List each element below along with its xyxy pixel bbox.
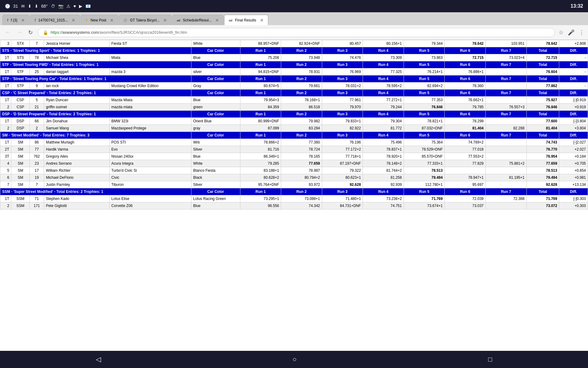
tab-favicon: ✦ — [85, 18, 88, 22]
car-cell: Fiesta ST — [109, 40, 191, 47]
tab-facebook2[interactable]: f 14700742_1015... ✕ — [30, 15, 80, 25]
tab-close-icon[interactable]: ✕ — [163, 18, 167, 23]
class-cell: STX — [11, 40, 30, 47]
table-row: 3 STX 7 Jessica Horner Fiesta ST White 8… — [0, 40, 588, 47]
menu-icon[interactable]: ⋮ — [579, 29, 584, 36]
col-color: Car Color — [191, 47, 240, 54]
tab-bicycle[interactable]: ☮ GT Talera Bicycl... ✕ — [119, 15, 172, 25]
reload-button[interactable]: ↻ — [27, 28, 34, 37]
table-row: 2 SSM 171 Pete Gigliotti Corvette Z06 Bl… — [0, 202, 588, 209]
status-bar: 🕐 31 ✉ ⬇ ⬇ 68° ⏱ 📷 ⚠ ♥ ▶ 📧 13:32 — [0, 0, 588, 12]
browser-toolbar: ☆ 🎤 ⋮ — [559, 29, 584, 36]
home-nav-button[interactable]: ○ — [292, 355, 296, 363]
table-row: 1T SSM 71 Stephen Kado Lotus Elise Lotus… — [0, 195, 588, 202]
tab-close-icon[interactable]: ✕ — [21, 18, 25, 23]
section-header-csp: CSP - 'C Street Prepared' - Total Entrie… — [0, 90, 588, 97]
tab-favicon: 🏎 — [177, 18, 180, 22]
number-cell: 7 — [30, 40, 44, 47]
url-path: /axorm/files/SJRSCCA/sjrscca2016event9_f… — [99, 30, 187, 35]
download-icon: ⬇ — [28, 4, 32, 9]
name-cell: Jessica Horner — [44, 40, 109, 47]
tab-label: Schedule/Resul... — [183, 18, 212, 22]
mail-icon: 📧 — [85, 4, 91, 9]
tab-favicon: 🏎 — [229, 18, 232, 22]
table-row: 5 SM 17 William Richter Turbo'd Civic Si… — [0, 167, 588, 174]
col-run1: Run 1 — [240, 47, 281, 54]
status-icons: 🕐 31 ✉ ⬇ ⬇ 68° ⏱ 📷 ⚠ ♥ ▶ 📧 — [5, 4, 91, 9]
col-run4: Run 4 — [363, 47, 404, 54]
recents-nav-button[interactable]: □ — [488, 355, 492, 363]
section-header-stf: STF - 'Street Touring FWD' - Total Entri… — [0, 61, 588, 68]
tab-favicon: ☮ — [123, 18, 127, 23]
tab-schedule[interactable]: 🏎 Schedule/Resul... ✕ — [172, 15, 224, 25]
run3-cell: 80.457 — [322, 40, 363, 47]
table-row: 1T SM 86 Matthew Murtagh POS STI Wrb 78.… — [0, 139, 588, 146]
microphone-icon[interactable]: 🎤 — [568, 29, 575, 36]
download2-icon: ⬇ — [35, 4, 38, 9]
temp-icon: 68° — [41, 4, 48, 9]
tab-close-icon[interactable]: ✕ — [110, 18, 114, 23]
section-header-stp: STP - 'Street Touring Pony Car' - Total … — [0, 75, 588, 82]
col-run2: Run 2 — [281, 47, 322, 54]
section-header-ssm: SSM - 'Super Street Modified' - Total En… — [0, 188, 588, 195]
run6-cell: 78.642 — [445, 40, 486, 47]
calendar-icon: 31 — [13, 4, 18, 9]
col-run7: Run 7 — [486, 47, 527, 54]
table-row: 7 SM 7 Justin Parmley Tiburon Silver 95.… — [0, 181, 588, 188]
tab-close-icon[interactable]: ✕ — [72, 18, 75, 23]
tab-close-icon[interactable]: ✕ — [215, 18, 219, 23]
heart-icon: ♥ — [74, 4, 76, 9]
tab-bar: f f (3) ✕ f 14700742_1015... ✕ ✦ New Pos… — [0, 12, 588, 25]
table-row: 6 SM 19 Michael DeFlorio Civic Black 80.… — [0, 174, 588, 181]
back-nav-button[interactable]: ◁ — [96, 355, 101, 363]
tab-label: GT Talera Bicycl... — [130, 18, 160, 22]
android-nav-bar: ◁ ○ □ — [0, 351, 588, 368]
back-button[interactable]: ← — [4, 28, 12, 37]
speedometer-icon: ⏱ — [51, 4, 55, 9]
total-cell: 78.642 — [526, 40, 559, 47]
alarm-icon: 🕐 — [5, 4, 10, 9]
section-label: STS - 'Street Touring Sport' - Total Ent… — [0, 47, 191, 54]
run7-cell: 103.951 — [486, 40, 527, 47]
forward-button[interactable]: → — [15, 28, 23, 37]
tab-label: f (3) — [11, 18, 17, 22]
tab-close-icon[interactable]: ✕ — [260, 18, 264, 23]
table-row: 4 SM 23 Andres Serrano Acura Integra Whi… — [0, 160, 588, 167]
col-run5: Run 5 — [404, 47, 445, 54]
warning-icon: ⚠ — [66, 4, 70, 9]
ssl-lock-icon: 🔒 — [43, 30, 48, 35]
url-bar[interactable]: 🔒 https://axwaresystems.com/axorm/files/… — [38, 28, 555, 37]
tab-favicon: f — [7, 18, 8, 22]
diff-cell: +2.808 — [559, 40, 588, 47]
tab-facebook1[interactable]: f f (3) ✕ — [2, 15, 29, 25]
tab-favicon: f — [35, 18, 36, 22]
table-row: 2T SM 77 Hardik Varma Evo Silver 81.716 … — [0, 146, 588, 153]
run5-cell: 79.344 — [404, 40, 445, 47]
col-diff: Diff. — [559, 47, 588, 54]
clock: 13:32 — [571, 3, 583, 9]
results-table: 3 STX 7 Jessica Horner Fiesta ST White 8… — [0, 40, 588, 209]
email-icon: ✉ — [21, 4, 25, 9]
main-content: 3 STX 7 Jessica Horner Fiesta ST White 8… — [0, 40, 588, 351]
url-domain: axwaresystems.com — [62, 30, 99, 35]
section-header-sts: STS - 'Street Touring Sport' - Total Ent… — [0, 47, 588, 54]
youtube-icon: ▶ — [79, 4, 82, 9]
table-row: 2 DSP 2 Samuel Wang Mazdaspeed Protege g… — [0, 125, 588, 132]
run2-cell: 82.924+DNF — [281, 40, 322, 47]
tab-finalresults[interactable]: 🏎 Final Results ✕ — [224, 15, 268, 25]
run1-cell: 88.957+DNF — [240, 40, 281, 47]
bookmark-icon[interactable]: ☆ — [559, 29, 564, 36]
tab-newpost[interactable]: ✦ New Post ✕ — [81, 15, 118, 25]
run4-cell: 80.156+1 — [363, 40, 404, 47]
camera-icon: 📷 — [58, 4, 63, 9]
tab-label: Final Results — [235, 18, 256, 22]
section-header-sm: SM - 'Street Modified' - Total Entries: … — [0, 132, 588, 139]
col-total: Total — [526, 47, 559, 54]
table-row: 1T DSP 66 Jim Donahue BMW 323i Orient Bl… — [0, 118, 588, 125]
url-text: https://axwaresystems.com/axorm/files/SJ… — [51, 30, 187, 35]
table-row: 1T CSP 5 Ryan Duncan Mazda Miata Blue 79… — [0, 97, 588, 104]
section-header-dsp: DSP - 'D Street Prepared' - Total Entrie… — [0, 111, 588, 118]
address-bar: ← → ↻ 🔒 https://axwaresystems.com/axorm/… — [0, 25, 588, 40]
tab-label: 14700742_1015... — [38, 18, 68, 22]
color-cell: White — [191, 40, 240, 47]
